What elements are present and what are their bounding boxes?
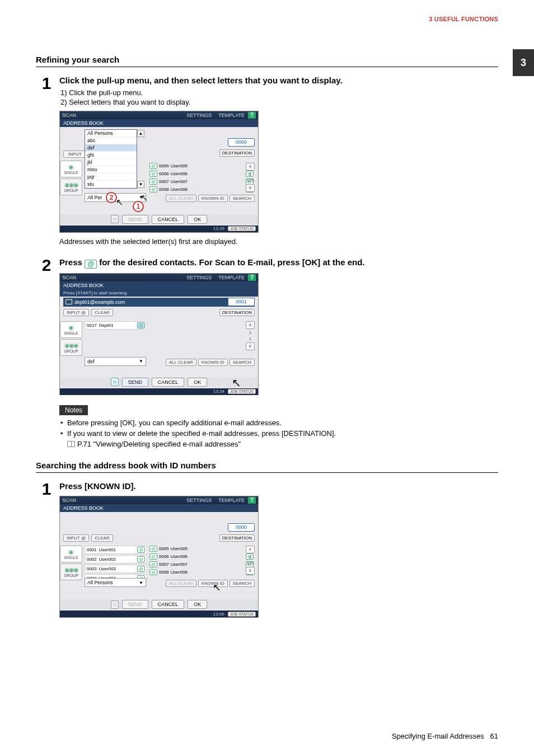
letter-dropdown[interactable]: ▲ All Persons abc def ghi jkl mno pqr st… [85, 129, 137, 189]
note-ref: P.71 "Viewing/Deleting specified e-mail … [67, 440, 498, 448]
send-button[interactable]: SEND [122, 378, 148, 387]
destination-button[interactable]: DESTINATION [219, 149, 255, 157]
single-tab[interactable]: ◉ SINGLE [60, 321, 82, 338]
list-item[interactable]: 0002 User002@ [85, 555, 147, 564]
email-bar: dept01@example.com [63, 298, 255, 307]
settings-tab[interactable]: SETTINGS [186, 497, 212, 503]
dd-pqr[interactable]: pqr [85, 173, 137, 181]
dd-jkl[interactable]: jkl [85, 159, 137, 166]
input-at-button[interactable]: INPUT @ [63, 309, 89, 316]
list-item[interactable]: 0001 User001@ [85, 546, 147, 554]
settings-tab[interactable]: SETTINGS [186, 112, 212, 118]
at-icon[interactable]: @ [149, 569, 157, 575]
dd-ghi[interactable]: ghi [85, 152, 137, 159]
known-id-button[interactable]: KNOWN ID [198, 195, 228, 202]
dd-stu[interactable]: stu [85, 181, 137, 188]
at-icon[interactable]: @ [137, 322, 145, 328]
single-tab[interactable]: ◉ SINGLE [60, 161, 82, 177]
at-icon: @ [85, 260, 97, 269]
person-icon: ◉ [68, 324, 74, 331]
step-1-sub2: 2) Select letters that you want to displ… [60, 98, 498, 106]
step-1: 1 Click the pull-up menu, and then selec… [36, 75, 498, 252]
ok-button[interactable]: OK [188, 600, 207, 609]
at-icon[interactable]: @ [137, 566, 145, 572]
destination-button[interactable]: DESTINATION [219, 309, 255, 316]
all-clear-button[interactable]: ALL CLEAR [166, 359, 196, 366]
ok-button[interactable]: OK [188, 378, 207, 387]
count-badge: 0001 [228, 298, 255, 306]
step-1-caption: Addresses with the selected letter(s) fi… [59, 237, 498, 246]
template-tab[interactable]: TEMPLATE [218, 112, 245, 118]
list-item[interactable]: 0017 Dept01 @ [85, 321, 147, 330]
at-icon[interactable]: @ [149, 561, 157, 567]
step-1-heading: Click the pull-up menu, and then select … [59, 75, 498, 86]
section-searching: Searching the address book with ID numbe… [36, 461, 498, 473]
at-icon[interactable]: @ [137, 547, 145, 553]
help-icon[interactable]: ? [248, 497, 256, 504]
send-button[interactable]: SEND [122, 600, 148, 609]
list-item[interactable]: 0003 User003@ [85, 565, 147, 573]
known-id-button[interactable]: KNOWN ID [198, 359, 228, 366]
at-icon[interactable]: @ [149, 163, 157, 169]
send-icon: ◇ [111, 600, 119, 609]
scroll-up[interactable]: ∧ [246, 163, 255, 171]
at-icon[interactable]: @ [149, 546, 157, 552]
at-icon[interactable]: @ [149, 186, 157, 192]
dd-abc[interactable]: abc [85, 137, 137, 144]
group-tab[interactable]: ◉◉◉ GROUP [60, 339, 82, 356]
help-icon[interactable]: ? [248, 112, 256, 119]
job-status-button[interactable]: JOB STATUS [228, 389, 256, 394]
scroll-down[interactable]: ∨ [246, 342, 255, 350]
group-tab[interactable]: ◉◉◉ GROUP [60, 179, 82, 195]
send-icon: ◇ [111, 378, 119, 386]
known-id-button[interactable]: KNOWN ID [198, 580, 228, 587]
search-button[interactable]: SEARCH [229, 359, 255, 366]
settings-tab[interactable]: SETTINGS [186, 275, 212, 280]
input-at-button[interactable]: INPUT @ [63, 534, 89, 542]
pullup-menu-closed[interactable]: def▼ [85, 357, 146, 366]
template-tab[interactable]: TEMPLATE [218, 497, 245, 503]
search-button[interactable]: SEARCH [229, 195, 255, 202]
all-clear-button[interactable]: ALL CLEAR [166, 580, 196, 587]
pullup-menu-closed[interactable]: All Persons▼ [85, 578, 146, 587]
group-tab[interactable]: ◉◉◉ GROUP [60, 564, 82, 580]
single-tab[interactable]: ◉ SINGLE [60, 546, 82, 562]
dropdown-down-arrow[interactable]: ▼ [137, 181, 144, 188]
scroll-up[interactable]: ∧ [246, 546, 255, 553]
start-message: Press [START] to start scanning. [60, 289, 258, 297]
panel-subtitle: ADDRESS BOOK [60, 281, 258, 289]
cancel-button[interactable]: CANCEL [152, 215, 185, 224]
scroll-up[interactable]: ∧ [246, 321, 255, 329]
clear-button[interactable]: CLEAR [91, 534, 113, 542]
step-number: 1 [36, 75, 57, 92]
step-2-heading: Press @ for the desired contacts. For Sc… [59, 257, 498, 269]
cancel-button[interactable]: CANCEL [152, 378, 185, 387]
group-icon: ◉◉◉ [64, 342, 78, 349]
destination-button[interactable]: DESTINATION [219, 534, 255, 542]
cancel-button[interactable]: CANCEL [152, 600, 185, 609]
step-3-heading: Press [KNOWN ID]. [59, 481, 498, 492]
at-icon[interactable]: @ [149, 179, 157, 185]
group-icon: ◉◉◉ [64, 181, 78, 189]
all-clear-button[interactable]: ALL CLEAR [166, 195, 196, 202]
search-button[interactable]: SEARCH [229, 580, 255, 587]
job-status-button[interactable]: JOB STATUS [228, 226, 256, 231]
input-button[interactable]: INPUT [63, 151, 87, 158]
help-icon[interactable]: ? [248, 274, 256, 281]
job-status-button[interactable]: JOB STATUS [228, 612, 256, 617]
template-tab[interactable]: TEMPLATE [218, 275, 245, 280]
dd-mno[interactable]: mno [85, 166, 137, 173]
at-icon[interactable]: @ [137, 556, 145, 562]
scroll-down[interactable]: ∨ [246, 567, 255, 575]
scroll-down[interactable]: ∨ [246, 184, 255, 192]
ok-button[interactable]: OK [188, 215, 207, 224]
send-button[interactable]: SEND [122, 215, 148, 224]
page-footer: Specifying E-mail Addresses 61 [392, 732, 498, 740]
dropdown-up-arrow[interactable]: ▲ [137, 130, 144, 137]
at-icon[interactable]: @ [149, 171, 157, 177]
dd-allpersons[interactable]: All Persons [85, 130, 137, 137]
mail-icon [65, 299, 72, 304]
clear-button[interactable]: CLEAR [91, 309, 113, 316]
at-icon[interactable]: @ [149, 553, 157, 560]
dd-def[interactable]: def [85, 144, 137, 152]
